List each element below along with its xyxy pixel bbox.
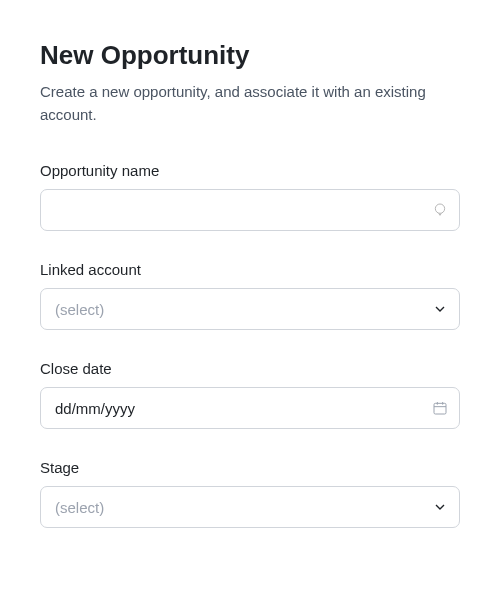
field-linked-account: Linked account (select) — [40, 261, 460, 330]
close-date-input-wrapper: dd/mm/yyyy — [40, 387, 460, 429]
field-close-date: Close date dd/mm/yyyy — [40, 360, 460, 429]
close-date-placeholder: dd/mm/yyyy — [55, 400, 135, 417]
linked-account-select[interactable]: (select) — [40, 288, 460, 330]
page-title: New Opportunity — [40, 40, 460, 71]
opportunity-name-label: Opportunity name — [40, 162, 460, 179]
close-date-input[interactable]: dd/mm/yyyy — [40, 387, 460, 429]
opportunity-name-input-wrapper — [40, 189, 460, 231]
linked-account-select-wrapper: (select) — [40, 288, 460, 330]
opportunity-name-input[interactable] — [40, 189, 460, 231]
linked-account-label: Linked account — [40, 261, 460, 278]
stage-select-wrapper: (select) — [40, 486, 460, 528]
page-subtitle: Create a new opportunity, and associate … — [40, 81, 460, 126]
stage-label: Stage — [40, 459, 460, 476]
stage-placeholder: (select) — [55, 499, 104, 516]
field-stage: Stage (select) — [40, 459, 460, 528]
field-opportunity-name: Opportunity name — [40, 162, 460, 231]
close-date-label: Close date — [40, 360, 460, 377]
linked-account-placeholder: (select) — [55, 301, 104, 318]
stage-select[interactable]: (select) — [40, 486, 460, 528]
